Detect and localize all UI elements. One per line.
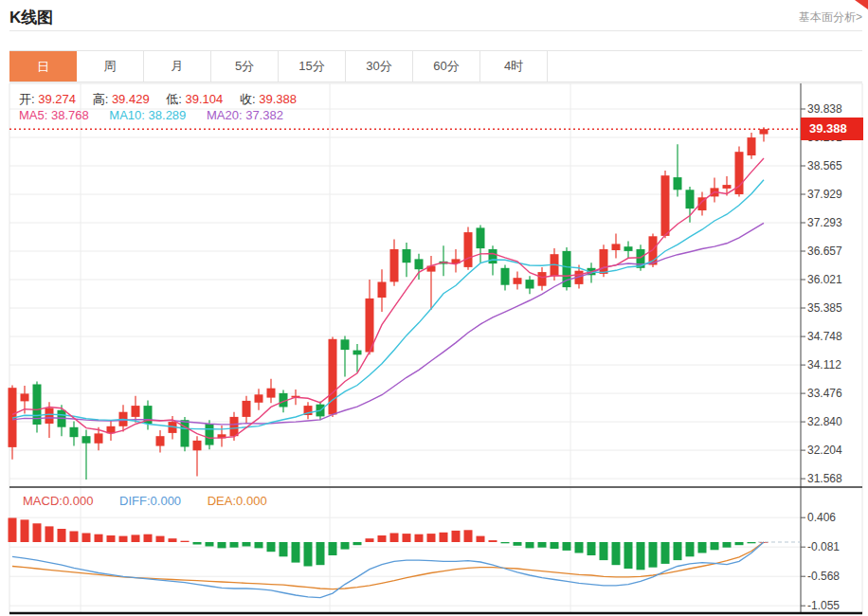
y-axis-label: 39.838 bbox=[807, 101, 842, 117]
low-value: 39.104 bbox=[186, 92, 224, 106]
y-axis-label: 37.293 bbox=[807, 215, 842, 230]
low-label: 低: bbox=[166, 92, 182, 106]
macd-info-row: MACD:0.000 DIFF:0.000 DEA:0.000 bbox=[23, 494, 267, 508]
high-value: 39.429 bbox=[112, 92, 150, 106]
y-axis-label: 33.476 bbox=[807, 386, 842, 401]
open-value: 39.274 bbox=[38, 92, 76, 106]
y-axis-label: 34.748 bbox=[807, 329, 842, 344]
y-axis-label: 37.929 bbox=[807, 187, 842, 202]
ma10-value: MA10: 38.289 bbox=[109, 108, 186, 122]
y-axis-label: 34.112 bbox=[807, 357, 841, 372]
page-title: K线图 bbox=[9, 7, 53, 28]
period-tabbar: 日 周 月 5分 15分 30分 60分 4时 bbox=[9, 50, 862, 82]
tab-4hour[interactable]: 4时 bbox=[480, 51, 548, 82]
close-value: 39.388 bbox=[259, 92, 297, 106]
open-label: 开: bbox=[19, 92, 35, 106]
tab-60min[interactable]: 60分 bbox=[413, 51, 480, 82]
tab-month[interactable]: 月 bbox=[144, 51, 211, 82]
y-axis-label: 38.565 bbox=[807, 158, 842, 173]
high-label: 高: bbox=[93, 92, 109, 106]
ma20-value: MA20: 37.382 bbox=[207, 108, 283, 122]
macd-value: MACD:0.000 bbox=[23, 494, 93, 508]
y-axis-label: -1.055 bbox=[807, 598, 840, 613]
tab-5min[interactable]: 5分 bbox=[211, 51, 279, 82]
diff-value: DIFF:0.000 bbox=[119, 494, 181, 508]
tab-week[interactable]: 周 bbox=[77, 51, 144, 82]
close-label: 收: bbox=[240, 92, 256, 106]
ma5-value: MA5: 38.768 bbox=[19, 108, 89, 122]
kline-app: K线图 基本面分析> 日 周 月 5分 15分 30分 60分 4时 开: 39… bbox=[0, 0, 868, 616]
y-axis-label: 32.204 bbox=[807, 443, 842, 458]
y-axis-label: -0.568 bbox=[807, 569, 840, 584]
ohlc-info-row: 开: 39.274 高: 39.429 低: 39.104 收: 39.388 bbox=[19, 91, 310, 108]
y-axis-label: 32.840 bbox=[807, 414, 842, 429]
dea-value: DEA:0.000 bbox=[208, 494, 267, 508]
y-axis-label: 35.385 bbox=[807, 300, 842, 316]
y-axis-label: 36.657 bbox=[807, 244, 842, 259]
fundamental-analysis-link[interactable]: 基本面分析> bbox=[799, 9, 862, 26]
y-axis-label: 0.406 bbox=[807, 510, 836, 525]
y-axis-label: 31.568 bbox=[807, 471, 842, 486]
ma-info-row: MA5: 38.768 MA10: 38.289 MA20: 37.382 bbox=[19, 108, 283, 122]
tabbar-filler bbox=[548, 51, 862, 82]
y-axis-label: -0.081 bbox=[807, 539, 840, 554]
current-price-badge: 39.388 bbox=[801, 118, 863, 140]
tab-day[interactable]: 日 bbox=[9, 51, 77, 82]
tab-15min[interactable]: 15分 bbox=[279, 51, 346, 82]
tab-30min[interactable]: 30分 bbox=[346, 51, 413, 82]
y-axis-label: 36.021 bbox=[807, 272, 842, 287]
